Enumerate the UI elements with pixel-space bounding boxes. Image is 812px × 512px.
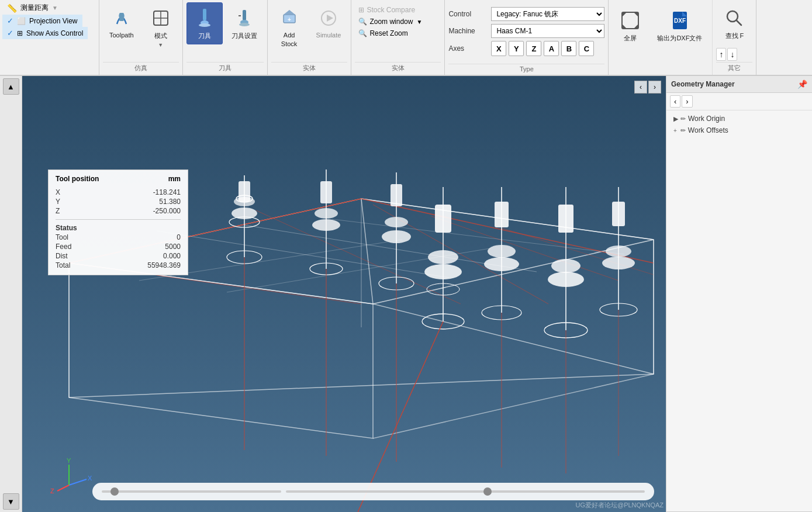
tp-feed-value: 5000 — [165, 243, 181, 251]
svg-rect-8 — [243, 10, 246, 20]
mode-dropdown-arrow[interactable]: ▼ — [158, 42, 163, 48]
slider-thumb-right[interactable] — [483, 487, 492, 496]
axis-z-button[interactable]: Z — [526, 41, 541, 56]
up-arrow-button[interactable]: ↑ — [716, 48, 726, 61]
mode-icon — [149, 6, 172, 30]
svg-rect-64 — [495, 202, 509, 227]
tp-dist-label: Dist — [56, 252, 68, 260]
panel-prev-button[interactable]: ‹ — [670, 95, 680, 108]
toolpath-group: Toolpath 模式 ▼ 仿真 — [99, 0, 183, 75]
geometry-tree: ▶ ✏ Work Origin + ✏ Work Offsets — [666, 110, 812, 139]
svg-text:Y: Y — [67, 457, 71, 464]
zoom-dropdown[interactable]: ▼ — [416, 19, 422, 25]
geometry-manager-header: Geometry Manager 📌 — [666, 76, 812, 93]
svg-marker-13 — [284, 10, 295, 15]
svg-rect-17 — [622, 12, 638, 29]
tool-settings-button[interactable]: 刀具设置 — [225, 2, 264, 44]
simulate-button[interactable]: Simulate — [310, 2, 348, 43]
search-button[interactable]: 查找 F — [716, 2, 752, 44]
tool-label: 刀具 — [198, 32, 211, 40]
work-offsets-item[interactable]: + ✏ Work Offsets — [671, 124, 807, 136]
axes-label: Axes — [448, 44, 486, 53]
measure-label: 测量距离 — [20, 3, 49, 13]
toolpath-icon — [110, 6, 133, 30]
toolpath-button[interactable]: Toolpath — [103, 2, 140, 43]
export-dxf-button[interactable]: DXF 输出为DXF文件 — [651, 5, 709, 47]
machine-select[interactable]: Haas CM-1 — [491, 24, 604, 38]
scroll-up-button[interactable]: ▲ — [3, 78, 19, 95]
viewport[interactable]: ‹ › — [22, 76, 666, 512]
projection-view-button[interactable]: ✓ ⬜ Projection View — [2, 15, 82, 27]
machine-control-group: Control Legacy: Fanuc 铣床 Machine Haas CM… — [445, 0, 609, 75]
next-arrow-button[interactable]: › — [648, 81, 661, 94]
prev-arrow-button[interactable]: ‹ — [634, 81, 647, 94]
add-stock-button[interactable]: + Add Stock — [271, 2, 307, 51]
svg-rect-69 — [558, 205, 573, 233]
measure-distance-button[interactable]: 📏 测量距离 ▼ — [2, 1, 63, 15]
svg-point-55 — [382, 230, 411, 243]
fullscreen-button[interactable]: 全屏 — [612, 5, 648, 47]
add-stock-label2: Stock — [281, 40, 298, 47]
pin-button[interactable]: 📌 — [797, 79, 807, 89]
reset-zoom-icon: 🔍 — [358, 29, 367, 37]
tp-total-label: Total — [56, 261, 70, 269]
axes-buttons: X Y Z A B C — [491, 41, 594, 56]
type-label: Type — [448, 64, 604, 72]
panel-next-button[interactable]: › — [682, 95, 692, 108]
projection-view-label: Projection View — [29, 17, 78, 25]
left-sidebar: ▲ ▼ — [0, 76, 22, 512]
simulate-icon — [317, 6, 340, 30]
axes-row: Axes X Y Z A B C — [448, 41, 604, 56]
tp-tool-value: 0 — [177, 233, 181, 241]
show-axis-label: Show Axis Control — [26, 29, 83, 37]
stock-compare-button[interactable]: ⊞ Stock Compare — [355, 5, 419, 15]
down-arrow-button[interactable]: ↓ — [727, 48, 737, 61]
svg-point-76 — [602, 257, 635, 269]
svg-text:X: X — [88, 475, 92, 482]
svg-point-71 — [548, 272, 584, 287]
tp-total-row: Total 55948.369 — [56, 261, 181, 270]
axis-b-button[interactable]: B — [561, 41, 576, 56]
tp-dist-row: Dist 0.000 — [56, 251, 181, 261]
tool-button[interactable]: 刀具 — [186, 2, 223, 44]
tool-icon — [193, 6, 216, 30]
measure-dropdown[interactable]: ▼ — [52, 5, 58, 11]
zoom-window-icon: 🔍 — [358, 18, 367, 26]
tp-x-label: X — [56, 188, 60, 196]
tp-x-value: -118.241 — [153, 188, 181, 196]
zoom-window-button[interactable]: 🔍 Zoom window ▼ — [355, 16, 426, 27]
tool-position-panel: Tool position mm X -118.241 Y 51.380 Z -… — [48, 169, 188, 275]
slider-track-right[interactable] — [286, 490, 645, 493]
entity-label2: 实体 — [355, 62, 441, 72]
svg-point-60 — [424, 264, 462, 279]
toolbar: 📏 测量距离 ▼ ✓ ⬜ Projection View ✓ ⊞ Show Ax… — [0, 0, 812, 76]
add-stock-label: Add — [284, 32, 295, 39]
mode-label: 模式 — [154, 32, 167, 40]
axis-a-button[interactable]: A — [544, 41, 559, 56]
svg-rect-1 — [119, 13, 124, 21]
slider-track-left[interactable] — [102, 490, 281, 493]
export-dxf-icon: DXF — [668, 9, 692, 32]
svg-text:+: + — [288, 16, 291, 23]
geometry-manager-panel: Geometry Manager 📌 ‹ › ▶ ✏ Work Origin +… — [666, 76, 812, 512]
svg-point-54 — [385, 217, 408, 227]
slider-thumb-left[interactable] — [110, 487, 119, 496]
tp-header-left: Tool position — [56, 175, 99, 183]
tp-feed-label: Feed — [56, 243, 71, 251]
work-origin-item[interactable]: ▶ ✏ Work Origin — [671, 113, 807, 124]
svg-point-44 — [231, 207, 257, 219]
other-label: 其它 — [716, 62, 752, 72]
mode-button[interactable]: 模式 ▼ — [143, 2, 179, 52]
playback-slider[interactable] — [92, 483, 654, 500]
axis-y-button[interactable]: Y — [509, 41, 524, 56]
control-select[interactable]: Legacy: Fanuc 铣床 — [491, 7, 604, 21]
scroll-down-button[interactable]: ▼ — [3, 493, 19, 510]
right-actions-group: 全屏 DXF 输出为DXF文件 — [609, 0, 713, 75]
show-axis-button[interactable]: ✓ ⊞ Show Axis Control — [2, 27, 88, 39]
search-icon — [723, 6, 746, 30]
reset-zoom-button[interactable]: 🔍 Reset Zoom — [355, 28, 411, 39]
svg-point-43 — [234, 197, 255, 206]
axis-x-button[interactable]: X — [491, 41, 506, 56]
pencil-icon2: ✏ — [680, 127, 686, 134]
axis-c-button[interactable]: C — [579, 41, 594, 56]
